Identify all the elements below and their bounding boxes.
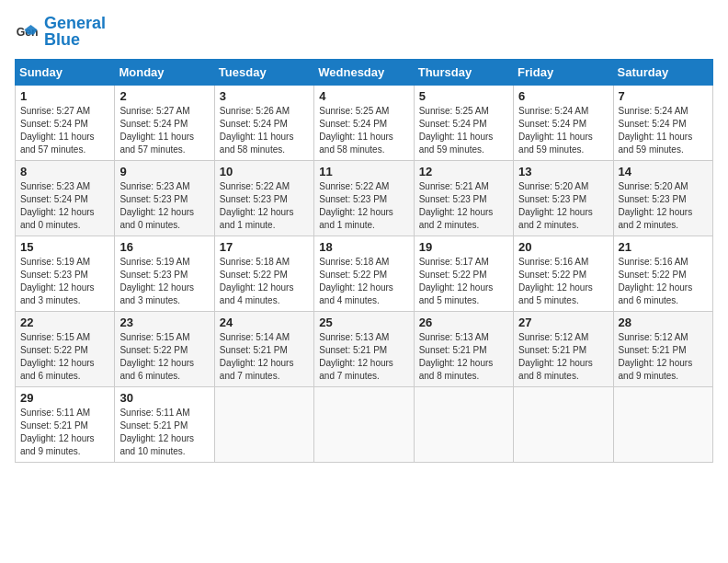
day-info: Sunrise: 5:15 AM Sunset: 5:22 PM Dayligh… xyxy=(119,331,209,383)
day-number: 18 xyxy=(319,240,408,254)
day-number: 23 xyxy=(119,316,209,329)
day-number: 7 xyxy=(619,89,708,103)
calendar-cell: 24 Sunrise: 5:14 AM Sunset: 5:21 PM Dayl… xyxy=(214,312,313,387)
day-number: 22 xyxy=(20,316,109,329)
day-number: 27 xyxy=(518,316,608,329)
calendar-cell: 28 Sunrise: 5:12 AM Sunset: 5:21 PM Dayl… xyxy=(613,312,712,387)
day-number: 11 xyxy=(319,165,408,178)
calendar-cell xyxy=(314,387,414,463)
calendar-cell: 22 Sunrise: 5:15 AM Sunset: 5:22 PM Dayl… xyxy=(16,312,115,387)
day-info: Sunrise: 5:24 AM Sunset: 5:24 PM Dayligh… xyxy=(619,105,708,156)
calendar-cell: 18 Sunrise: 5:18 AM Sunset: 5:22 PM Dayl… xyxy=(314,236,414,312)
calendar-cell: 14 Sunrise: 5:20 AM Sunset: 5:23 PM Dayl… xyxy=(613,161,712,236)
weekday-header-wednesday: Wednesday xyxy=(314,60,414,86)
day-number: 15 xyxy=(20,240,109,254)
calendar-cell: 12 Sunrise: 5:21 AM Sunset: 5:23 PM Dayl… xyxy=(414,161,513,236)
calendar-cell: 30 Sunrise: 5:11 AM Sunset: 5:21 PM Dayl… xyxy=(115,387,214,463)
calendar-cell: 20 Sunrise: 5:16 AM Sunset: 5:22 PM Dayl… xyxy=(514,236,613,312)
calendar-cell xyxy=(613,387,712,463)
day-number: 20 xyxy=(518,240,608,254)
day-info: Sunrise: 5:27 AM Sunset: 5:24 PM Dayligh… xyxy=(119,105,209,156)
day-info: Sunrise: 5:13 AM Sunset: 5:21 PM Dayligh… xyxy=(419,331,508,383)
day-info: Sunrise: 5:12 AM Sunset: 5:21 PM Dayligh… xyxy=(518,331,608,383)
day-info: Sunrise: 5:12 AM Sunset: 5:21 PM Dayligh… xyxy=(619,331,708,383)
day-info: Sunrise: 5:15 AM Sunset: 5:22 PM Dayligh… xyxy=(20,331,109,383)
logo-text: GeneralBlue xyxy=(44,15,106,48)
calendar-cell xyxy=(414,387,513,463)
weekday-header-saturday: Saturday xyxy=(613,60,712,86)
day-info: Sunrise: 5:26 AM Sunset: 5:24 PM Dayligh… xyxy=(220,105,309,156)
calendar-cell xyxy=(514,387,613,463)
weekday-header-friday: Friday xyxy=(514,60,613,86)
calendar-cell: 25 Sunrise: 5:13 AM Sunset: 5:21 PM Dayl… xyxy=(314,312,414,387)
calendar-cell: 1 Sunrise: 5:27 AM Sunset: 5:24 PM Dayli… xyxy=(16,86,115,161)
calendar-cell: 13 Sunrise: 5:20 AM Sunset: 5:23 PM Dayl… xyxy=(514,161,613,236)
day-info: Sunrise: 5:18 AM Sunset: 5:22 PM Dayligh… xyxy=(220,256,309,307)
weekday-header-monday: Monday xyxy=(115,60,214,86)
day-number: 26 xyxy=(419,316,508,329)
weekday-header-tuesday: Tuesday xyxy=(214,60,313,86)
calendar-cell: 16 Sunrise: 5:19 AM Sunset: 5:23 PM Dayl… xyxy=(115,236,214,312)
day-info: Sunrise: 5:23 AM Sunset: 5:24 PM Dayligh… xyxy=(20,180,109,232)
day-info: Sunrise: 5:20 AM Sunset: 5:23 PM Dayligh… xyxy=(518,180,608,232)
day-number: 28 xyxy=(619,316,708,329)
day-info: Sunrise: 5:11 AM Sunset: 5:21 PM Dayligh… xyxy=(20,407,109,458)
day-number: 19 xyxy=(419,240,508,254)
day-number: 17 xyxy=(220,240,309,254)
calendar-cell: 29 Sunrise: 5:11 AM Sunset: 5:21 PM Dayl… xyxy=(16,387,115,463)
day-info: Sunrise: 5:21 AM Sunset: 5:23 PM Dayligh… xyxy=(419,180,508,232)
day-info: Sunrise: 5:14 AM Sunset: 5:21 PM Dayligh… xyxy=(220,331,309,383)
day-info: Sunrise: 5:11 AM Sunset: 5:21 PM Dayligh… xyxy=(119,407,209,458)
page-header: Gen GeneralBlue xyxy=(15,15,713,48)
day-number: 10 xyxy=(220,165,309,178)
day-info: Sunrise: 5:22 AM Sunset: 5:23 PM Dayligh… xyxy=(319,180,408,232)
day-number: 1 xyxy=(20,89,109,103)
weekday-header-thursday: Thursday xyxy=(414,60,513,86)
calendar-cell: 3 Sunrise: 5:26 AM Sunset: 5:24 PM Dayli… xyxy=(214,86,313,161)
day-number: 5 xyxy=(419,89,508,103)
day-number: 3 xyxy=(220,89,309,103)
logo: Gen GeneralBlue xyxy=(15,15,106,48)
calendar-cell: 27 Sunrise: 5:12 AM Sunset: 5:21 PM Dayl… xyxy=(514,312,613,387)
day-number: 30 xyxy=(119,391,209,405)
day-number: 8 xyxy=(20,165,109,178)
day-info: Sunrise: 5:25 AM Sunset: 5:24 PM Dayligh… xyxy=(419,105,508,156)
calendar-cell: 11 Sunrise: 5:22 AM Sunset: 5:23 PM Dayl… xyxy=(314,161,414,236)
day-number: 9 xyxy=(119,165,209,178)
day-info: Sunrise: 5:25 AM Sunset: 5:24 PM Dayligh… xyxy=(319,105,408,156)
calendar-cell: 10 Sunrise: 5:22 AM Sunset: 5:23 PM Dayl… xyxy=(214,161,313,236)
calendar-cell: 23 Sunrise: 5:15 AM Sunset: 5:22 PM Dayl… xyxy=(115,312,214,387)
calendar-cell: 17 Sunrise: 5:18 AM Sunset: 5:22 PM Dayl… xyxy=(214,236,313,312)
calendar-table: SundayMondayTuesdayWednesdayThursdayFrid… xyxy=(15,59,713,463)
calendar-cell: 19 Sunrise: 5:17 AM Sunset: 5:22 PM Dayl… xyxy=(414,236,513,312)
day-info: Sunrise: 5:24 AM Sunset: 5:24 PM Dayligh… xyxy=(518,105,608,156)
logo-icon: Gen xyxy=(15,18,40,44)
calendar-cell: 7 Sunrise: 5:24 AM Sunset: 5:24 PM Dayli… xyxy=(613,86,712,161)
calendar-cell: 2 Sunrise: 5:27 AM Sunset: 5:24 PM Dayli… xyxy=(115,86,214,161)
weekday-header-sunday: Sunday xyxy=(16,60,115,86)
day-info: Sunrise: 5:19 AM Sunset: 5:23 PM Dayligh… xyxy=(20,256,109,307)
day-info: Sunrise: 5:18 AM Sunset: 5:22 PM Dayligh… xyxy=(319,256,408,307)
day-number: 4 xyxy=(319,89,408,103)
calendar-cell: 4 Sunrise: 5:25 AM Sunset: 5:24 PM Dayli… xyxy=(314,86,414,161)
calendar-cell: 8 Sunrise: 5:23 AM Sunset: 5:24 PM Dayli… xyxy=(16,161,115,236)
calendar-cell: 9 Sunrise: 5:23 AM Sunset: 5:23 PM Dayli… xyxy=(115,161,214,236)
day-number: 6 xyxy=(518,89,608,103)
day-info: Sunrise: 5:16 AM Sunset: 5:22 PM Dayligh… xyxy=(619,256,708,307)
day-info: Sunrise: 5:27 AM Sunset: 5:24 PM Dayligh… xyxy=(20,105,109,156)
day-info: Sunrise: 5:13 AM Sunset: 5:21 PM Dayligh… xyxy=(319,331,408,383)
calendar-cell: 26 Sunrise: 5:13 AM Sunset: 5:21 PM Dayl… xyxy=(414,312,513,387)
day-number: 29 xyxy=(20,391,109,405)
day-number: 21 xyxy=(619,240,708,254)
day-info: Sunrise: 5:17 AM Sunset: 5:22 PM Dayligh… xyxy=(419,256,508,307)
day-info: Sunrise: 5:19 AM Sunset: 5:23 PM Dayligh… xyxy=(119,256,209,307)
day-number: 14 xyxy=(619,165,708,178)
day-number: 13 xyxy=(518,165,608,178)
calendar-cell: 6 Sunrise: 5:24 AM Sunset: 5:24 PM Dayli… xyxy=(514,86,613,161)
day-number: 2 xyxy=(119,89,209,103)
day-info: Sunrise: 5:20 AM Sunset: 5:23 PM Dayligh… xyxy=(619,180,708,232)
day-info: Sunrise: 5:22 AM Sunset: 5:23 PM Dayligh… xyxy=(220,180,309,232)
day-info: Sunrise: 5:23 AM Sunset: 5:23 PM Dayligh… xyxy=(119,180,209,232)
calendar-cell: 21 Sunrise: 5:16 AM Sunset: 5:22 PM Dayl… xyxy=(613,236,712,312)
day-info: Sunrise: 5:16 AM Sunset: 5:22 PM Dayligh… xyxy=(518,256,608,307)
